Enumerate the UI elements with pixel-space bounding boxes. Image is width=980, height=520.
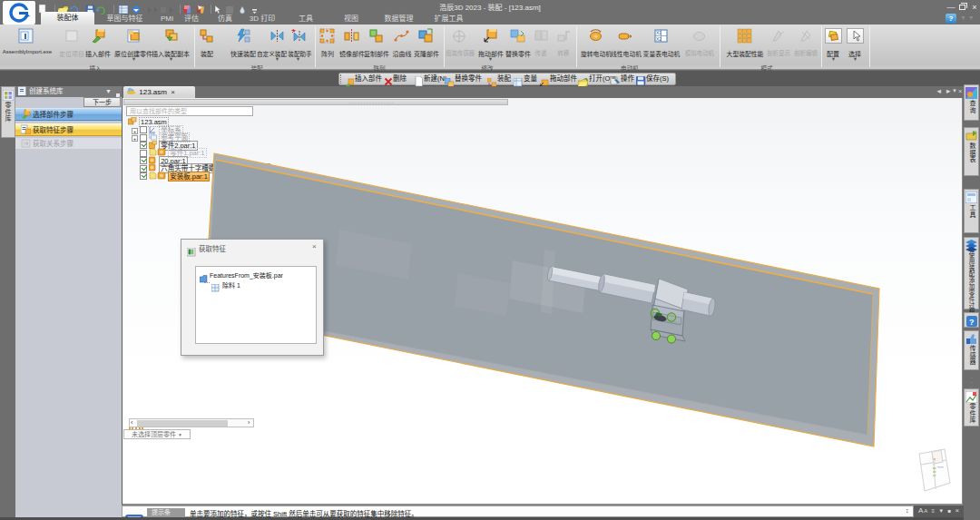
svg-text:?: ? xyxy=(969,318,975,327)
svg-text:X1: X1 xyxy=(656,30,662,35)
svg-text:X2: X2 xyxy=(656,36,662,42)
